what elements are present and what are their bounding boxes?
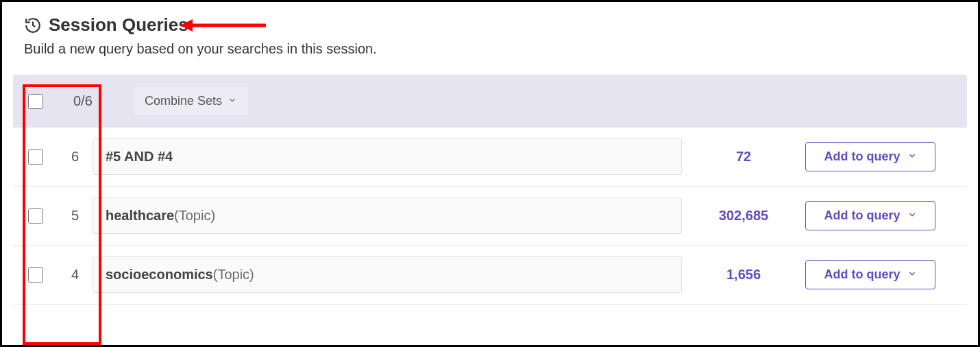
result-count[interactable]: 72 [696, 149, 792, 165]
chevron-down-icon [907, 208, 917, 223]
result-count[interactable]: 1,656 [696, 267, 792, 283]
chevron-down-icon [228, 94, 237, 108]
annotation-arrow [180, 17, 266, 34]
result-count[interactable]: 302,685 [696, 208, 792, 224]
page-subtitle: Build a new query based on your searches… [2, 41, 978, 72]
row-number: 5 [64, 208, 79, 224]
row-number: 6 [64, 149, 79, 165]
combine-sets-button[interactable]: Combine Sets [134, 87, 248, 115]
panel-toolbar: 0/6 Combine Sets [13, 75, 967, 128]
add-to-query-button[interactable]: Add to query [805, 201, 935, 230]
add-to-query-button[interactable]: Add to query [805, 142, 935, 171]
query-text[interactable]: healthcare (Topic) [93, 198, 682, 234]
session-queries-panel: 0/6 Combine Sets 6 #5 AND #4 72 Add to q… [13, 75, 967, 304]
table-row: 5 healthcare (Topic) 302,685 Add to quer… [13, 187, 967, 246]
row-checkbox[interactable] [28, 267, 43, 283]
chevron-down-icon [907, 267, 917, 282]
query-bold: healthcare [106, 208, 174, 224]
row-checkbox[interactable] [28, 208, 43, 224]
query-text[interactable]: socioeconomics (Topic) [93, 256, 682, 293]
select-all-checkbox[interactable] [28, 94, 43, 109]
query-light: (Topic) [174, 208, 215, 224]
row-number: 4 [64, 267, 79, 283]
query-bold: #5 AND #4 [106, 149, 173, 165]
query-bold: socioeconomics [106, 267, 213, 283]
add-to-query-label: Add to query [824, 208, 901, 223]
table-row: 6 #5 AND #4 72 Add to query [13, 128, 967, 187]
query-text[interactable]: #5 AND #4 [93, 139, 682, 175]
table-row: 4 socioeconomics (Topic) 1,656 Add to qu… [13, 246, 967, 304]
query-light: (Topic) [213, 267, 254, 283]
history-icon [24, 16, 42, 34]
add-to-query-label: Add to query [824, 149, 901, 164]
row-checkbox[interactable] [28, 149, 43, 165]
add-to-query-label: Add to query [824, 267, 901, 282]
selection-count: 0/6 [73, 93, 97, 109]
combine-sets-label: Combine Sets [145, 94, 222, 108]
page-title: Session Queries [49, 14, 188, 36]
header: Session Queries [2, 2, 978, 41]
add-to-query-button[interactable]: Add to query [805, 260, 935, 289]
chevron-down-icon [907, 149, 917, 164]
